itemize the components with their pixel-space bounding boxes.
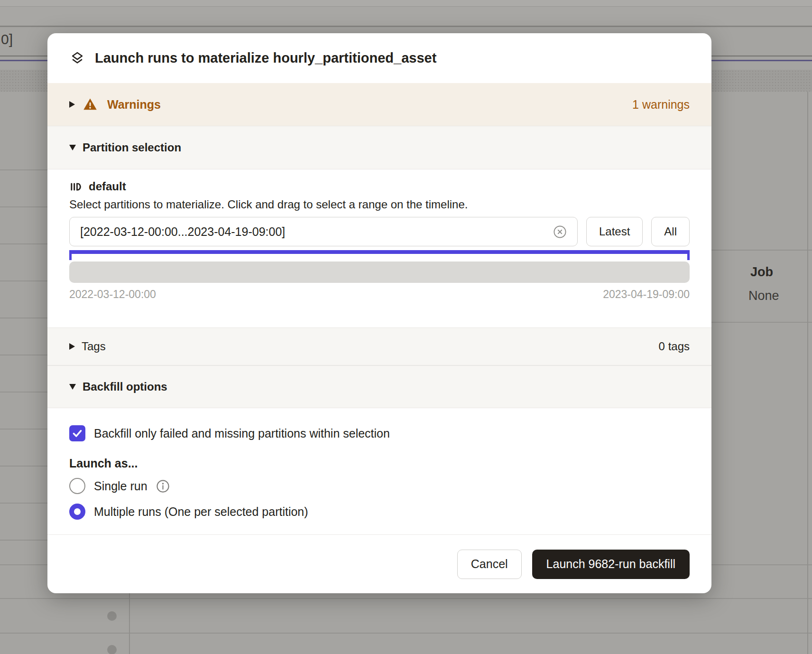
partition-range-value: [2022-03-12-00:00...2023-04-19-09:00] [80,225,285,239]
truncated-partition-text: 0] [1,31,13,47]
latest-button[interactable]: Latest [586,217,643,246]
table-row-line [711,250,812,251]
selection-range-bracket[interactable] [69,250,690,260]
table-row-line [0,540,47,541]
launch-as-label: Launch as... [69,457,690,470]
timeline-start-label: 2022-03-12-00:00 [69,288,156,301]
partition-selection-description: Select partitions to materialize. Click … [69,198,690,211]
check-icon [71,427,83,439]
backfill-options-label: Backfill options [83,380,167,393]
dimension-name: default [89,180,126,193]
chevron-right-icon [69,101,75,108]
table-row-line [0,466,47,467]
table-row-line [711,322,812,323]
multiple-runs-radio[interactable] [69,504,85,520]
table-row-line [0,392,47,392]
single-run-option[interactable]: Single run [69,477,690,495]
table-row-line [0,429,47,430]
single-run-label[interactable]: Single run [94,479,148,493]
table-column-line [129,593,130,654]
row-status-dot [107,645,117,654]
partition-selection-content: default Select partitions to materialize… [47,169,711,327]
table-row-line [0,243,47,244]
materialize-layers-icon [69,50,85,66]
single-run-radio[interactable] [69,478,85,494]
dialog-header: Launch runs to materialize hourly_partit… [47,33,711,83]
backfill-failed-missing-checkbox[interactable] [69,425,85,441]
backfill-failed-missing-row[interactable]: Backfill only failed and missing partiti… [69,425,690,441]
divider [0,26,812,27]
row-status-dot [107,611,117,621]
warning-triangle-icon [83,97,98,112]
chevron-down-icon [69,145,76,150]
clear-circle-x-icon[interactable] [553,225,567,239]
backfill-failed-missing-label[interactable]: Backfill only failed and missing partiti… [94,427,390,440]
tags-label: Tags [82,340,106,353]
partition-selection-label: Partition selection [83,141,181,154]
backfill-options-content: Backfill only failed and missing partiti… [47,408,711,534]
table-row-line [0,355,47,355]
partition-icon [69,180,82,193]
job-column-header: Job [750,265,773,280]
table-row-line [0,280,47,281]
tags-section-header[interactable]: Tags 0 tags [47,327,711,365]
background-toolbar-band [0,7,812,26]
table-column-line [807,92,808,654]
info-circle-icon[interactable] [156,479,170,493]
table-row-line [0,318,47,318]
table-row-line [0,598,812,599]
launch-backfill-button[interactable]: Launch 9682-run backfill [532,550,690,579]
table-row-line [0,169,47,170]
job-column-value: None [748,289,779,303]
table-row-line [0,633,812,634]
warnings-count: 1 warnings [632,98,690,112]
timeline-end-label: 2023-04-19-09:00 [603,288,690,301]
warnings-label: Warnings [107,98,161,112]
chevron-right-icon [69,343,75,350]
tags-count: 0 tags [659,340,690,353]
multiple-runs-option[interactable]: Multiple runs (One per selected partitio… [69,503,690,521]
partition-range-row: [2022-03-12-00:00...2023-04-19-09:00] La… [69,217,690,246]
cancel-button[interactable]: Cancel [457,550,522,579]
partition-range-input[interactable]: [2022-03-12-00:00...2023-04-19-09:00] [69,217,578,246]
table-row-line [0,503,47,504]
chevron-down-icon [69,384,76,390]
partition-timeline-bar[interactable] [69,262,690,283]
app-background: 0] Job None Launch runs to materialize h… [0,0,812,654]
partition-selection-section-header[interactable]: Partition selection [47,126,711,169]
dialog-footer: Cancel Launch 9682-run backfill [47,534,711,593]
background-top-band [0,0,812,6]
all-button[interactable]: All [651,217,690,246]
warnings-section-header[interactable]: Warnings 1 warnings [47,83,711,126]
multiple-runs-label[interactable]: Multiple runs (One per selected partitio… [94,505,308,519]
launch-backfill-dialog: Launch runs to materialize hourly_partit… [47,33,711,593]
dimension-row: default [69,178,690,195]
dialog-title: Launch runs to materialize hourly_partit… [95,50,436,66]
backfill-options-section-header[interactable]: Backfill options [47,365,711,408]
table-row-line [0,206,47,207]
timeline-date-labels: 2022-03-12-00:00 2023-04-19-09:00 [69,288,690,301]
